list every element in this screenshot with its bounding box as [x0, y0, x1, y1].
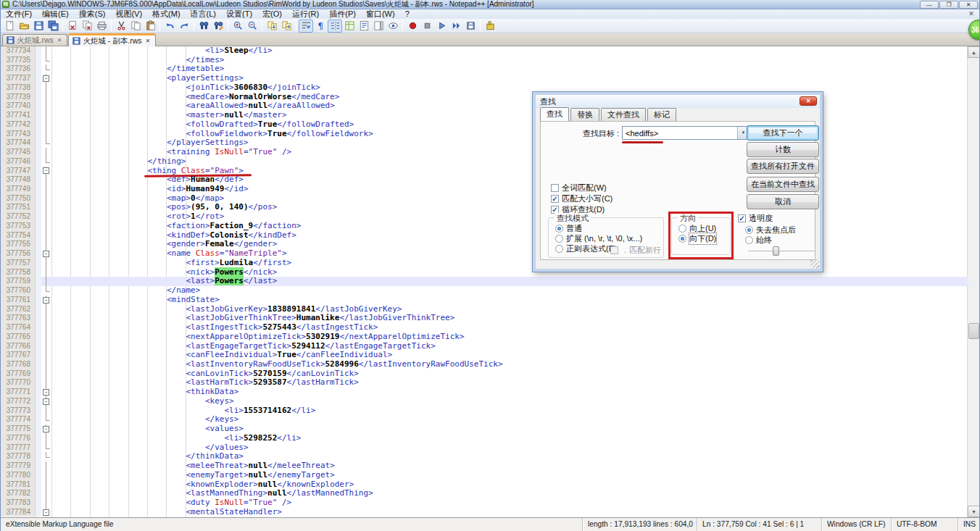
transparency-radio-0[interactable]: 失去焦点后	[745, 225, 796, 235]
zoom-in-button[interactable]	[231, 20, 245, 33]
bookmark-margin[interactable]	[36, 111, 41, 120]
fold-collapse-icon[interactable]: -	[43, 398, 49, 405]
find-dialog-button-0[interactable]: 查找下一个	[747, 125, 819, 141]
bookmark-margin[interactable]	[36, 74, 41, 83]
find-dialog-button-4[interactable]: 取消	[747, 194, 819, 209]
tab-close-icon[interactable]: ✕	[144, 37, 152, 45]
fold-collapse-icon[interactable]: -	[43, 251, 49, 257]
fold-margin[interactable]: -	[41, 397, 51, 406]
bookmark-margin[interactable]	[36, 231, 41, 241]
save-macro-button[interactable]	[463, 20, 478, 33]
plugin-button[interactable]	[483, 20, 497, 33]
cut-button[interactable]	[114, 20, 128, 33]
restore-button[interactable]: ❐	[939, 1, 958, 9]
bookmark-margin[interactable]	[36, 212, 41, 222]
transparency-slider[interactable]	[748, 251, 815, 252]
bookmark-margin[interactable]	[36, 157, 41, 167]
code-editor[interactable]: 377734 <li>Sleep</li>377735 </times>3777…	[1, 46, 968, 517]
find-dialog-button-3[interactable]: 在当前文件中查找	[747, 177, 819, 192]
bookmark-margin[interactable]	[36, 397, 41, 406]
search-target-combobox[interactable]: <hediffs> ▼	[622, 126, 749, 140]
run-macro-multiple-button[interactable]	[449, 20, 463, 33]
undo-button[interactable]	[162, 20, 177, 33]
fold-margin[interactable]: -	[41, 167, 51, 176]
transparency-radio-1[interactable]: 始终	[745, 235, 772, 246]
word-wrap-button[interactable]	[299, 20, 313, 33]
doc-map-button[interactable]	[371, 20, 386, 33]
bookmark-margin[interactable]	[36, 443, 41, 453]
find-dialog-button-1[interactable]: 计数	[747, 142, 819, 157]
sync-vertical-scroll-button[interactable]	[265, 20, 279, 33]
fold-margin[interactable]: -	[41, 296, 51, 305]
bookmark-margin[interactable]	[36, 64, 41, 74]
bookmark-margin[interactable]	[36, 286, 41, 296]
find-option-checkbox-0[interactable]: 全词匹配(W)	[551, 183, 607, 193]
resize-grip[interactable]	[810, 259, 819, 268]
bookmark-margin[interactable]	[36, 83, 41, 93]
function-list-button[interactable]	[357, 20, 371, 33]
search-mode-radio-0[interactable]: 普通	[555, 223, 582, 234]
bookmark-margin[interactable]	[36, 471, 41, 480]
fold-collapse-icon[interactable]: -	[43, 167, 49, 174]
bookmark-margin[interactable]	[36, 314, 41, 323]
bookmark-margin[interactable]	[36, 101, 41, 111]
bookmark-margin[interactable]	[36, 369, 41, 379]
print-button[interactable]	[94, 20, 109, 33]
bookmark-margin[interactable]	[36, 351, 41, 360]
bookmark-margin[interactable]	[36, 425, 41, 434]
find-dialog-tab-0[interactable]: 查找	[540, 107, 569, 122]
search-mode-radio-2[interactable]: 正则表达式(E)	[555, 243, 617, 254]
bookmark-margin[interactable]	[36, 148, 41, 157]
paste-button[interactable]	[143, 20, 157, 33]
zoom-out-button[interactable]	[245, 20, 259, 33]
bookmark-margin[interactable]	[36, 203, 41, 212]
bookmark-margin[interactable]	[36, 259, 41, 268]
bookmark-margin[interactable]	[36, 249, 41, 259]
bookmark-margin[interactable]	[36, 175, 41, 185]
close-button[interactable]: ✕	[959, 1, 978, 9]
bookmark-margin[interactable]	[36, 461, 41, 471]
close-all-button[interactable]	[80, 20, 94, 33]
bookmark-margin[interactable]	[36, 56, 41, 65]
bookmark-margin[interactable]	[36, 360, 41, 369]
open-file-button[interactable]	[17, 20, 31, 33]
bookmark-margin[interactable]	[36, 268, 41, 277]
minimize-button[interactable]: —	[920, 1, 939, 9]
user-defined-language-button[interactable]	[342, 20, 357, 33]
bookmark-margin[interactable]	[36, 489, 41, 498]
close-document-icon[interactable]: ✕	[966, 9, 976, 18]
bookmark-margin[interactable]	[36, 167, 41, 176]
scroll-up-arrow[interactable]: ▲	[968, 46, 980, 58]
fold-margin[interactable]: -	[41, 249, 51, 259]
find-dialog-tab-1[interactable]: 替换	[570, 108, 599, 121]
find-dialog-title[interactable]: 查找	[536, 95, 820, 108]
find-dialog-button-2[interactable]: 查找所有打开文件	[747, 159, 819, 174]
bookmark-margin[interactable]	[36, 296, 41, 305]
find-button[interactable]	[196, 20, 211, 33]
status-eol-format[interactable]: Windows (CR LF)	[821, 518, 891, 531]
find-option-checkbox-1[interactable]: ✓匹配大小写(C)	[551, 193, 612, 204]
scroll-down-arrow[interactable]: ▼	[968, 506, 980, 517]
menu-item-6[interactable]: 设置(T)	[221, 9, 257, 19]
find-dialog-close-button[interactable]: ✕	[800, 96, 817, 106]
fold-collapse-icon[interactable]: -	[43, 75, 49, 82]
status-encoding[interactable]: UTF-8-BOM	[891, 518, 958, 531]
menu-item-2[interactable]: 搜索(S)	[74, 9, 111, 19]
bookmark-margin[interactable]	[36, 138, 41, 148]
menu-item-0[interactable]: 文件(F)	[1, 9, 37, 19]
title-bar[interactable]: N C:\Users\Dejago.WINDOWS-7JM6F8S.000\Ap…	[1, 0, 979, 9]
bookmark-margin[interactable]	[36, 378, 41, 388]
menu-item-11[interactable]: ?	[400, 9, 415, 19]
bookmark-margin[interactable]	[36, 46, 41, 56]
copy-button[interactable]	[128, 20, 143, 33]
bookmark-margin[interactable]	[36, 333, 41, 342]
bookmark-margin[interactable]	[36, 323, 41, 333]
doc-monitor-button[interactable]	[386, 20, 400, 33]
stop-macro-button[interactable]	[420, 20, 434, 33]
tab-1[interactable]: 火炬城 - 副本.rws✕	[68, 33, 156, 46]
fold-margin[interactable]: -	[41, 74, 51, 83]
bookmark-margin[interactable]	[36, 434, 41, 443]
menu-item-3[interactable]: 视图(V)	[110, 9, 147, 19]
bookmark-margin[interactable]	[36, 222, 41, 231]
scrollbar-thumb[interactable]	[968, 323, 979, 339]
